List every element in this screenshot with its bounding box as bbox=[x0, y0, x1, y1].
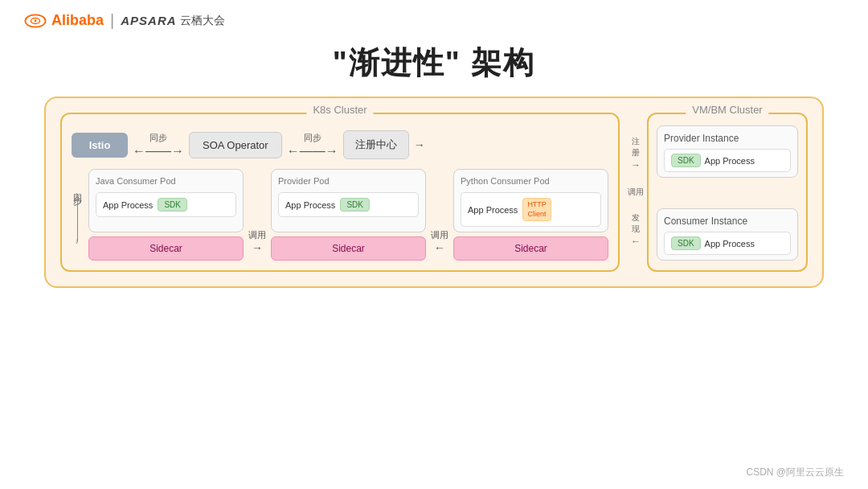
footer: CSDN @阿里云云原生 bbox=[746, 466, 844, 479]
provider-instance-sdk: SDK bbox=[671, 154, 701, 167]
java-pod-inner: App Process SDK bbox=[96, 192, 236, 217]
python-pod-inner: App Process HTTPClient bbox=[461, 192, 601, 227]
provider-pod-wrapper: Provider Pod App Process SDK Sidecar bbox=[271, 169, 426, 261]
footer-text: CSDN @阿里云云原生 bbox=[746, 466, 844, 478]
istio-box: Istio bbox=[72, 133, 128, 158]
provider-sidecar: Sidecar bbox=[271, 236, 426, 261]
registry-right-arrow: → bbox=[414, 138, 425, 151]
alibaba-text: Alibaba bbox=[51, 12, 104, 29]
logo-divider: | bbox=[110, 11, 114, 30]
sync2-arrow: 同步 ←——→ bbox=[287, 132, 338, 158]
http-client-badge: HTTPClient bbox=[522, 198, 551, 221]
diagram-wrapper: K8s Cluster Istio 同步 ←——→ bbox=[44, 97, 824, 288]
python-sidecar: Sidecar bbox=[453, 236, 608, 261]
sidecar-arrow1: 调用 → bbox=[244, 169, 271, 261]
vmbm-cluster-label: VM/BM Cluster bbox=[686, 104, 768, 116]
header: Alibaba | APSARA 云栖大会 bbox=[0, 0, 868, 35]
discover-label: 发 现 ← bbox=[631, 212, 641, 249]
soa-operator-box: SOA Operator bbox=[189, 132, 282, 158]
register-label: 注 册 → bbox=[631, 136, 641, 172]
page: Alibaba | APSARA 云栖大会 "渐进性" 架构 K8s Clust… bbox=[0, 0, 868, 489]
k8s-cluster-label: K8s Cluster bbox=[306, 104, 373, 116]
logo: Alibaba bbox=[24, 12, 104, 29]
consumer-instance-sdk: SDK bbox=[671, 236, 701, 250]
apsara-text: APSARA bbox=[121, 14, 176, 27]
consumer-instance-inner: SDK App Process bbox=[664, 232, 791, 255]
python-pod-label: Python Consumer Pod bbox=[461, 176, 601, 186]
provider-sdk-badge: SDK bbox=[340, 198, 370, 212]
provider-pod: Provider Pod App Process SDK bbox=[271, 169, 426, 232]
top-row: Istio 同步 ←——→ SOA Operator bbox=[72, 130, 608, 159]
full-diagram: K8s Cluster Istio 同步 ←——→ bbox=[60, 113, 808, 272]
middle-connector: 注 册 → 调用 发 现 ← bbox=[624, 113, 647, 272]
provider-instance-inner: SDK App Process bbox=[664, 149, 791, 172]
provider-pod-inner: App Process SDK bbox=[278, 192, 419, 217]
sync1-arrow: 同步 ←——→ bbox=[133, 132, 184, 158]
vmbm-cluster: VM/BM Cluster Provider Instance SDK App … bbox=[647, 113, 808, 272]
consumer-instance-label: Consumer Instance bbox=[664, 216, 791, 227]
java-pod-label: Java Consumer Pod bbox=[96, 176, 236, 186]
java-consumer-pod-wrapper: Java Consumer Pod App Process SDK Sideca… bbox=[88, 169, 244, 261]
python-consumer-pod: Python Consumer Pod App Process HTTPClie… bbox=[453, 169, 608, 232]
consumer-instance-box: Consumer Instance SDK App Process bbox=[657, 208, 798, 261]
left-sync-label: 同步 ↑ ↓ bbox=[72, 169, 84, 261]
invoke-label: 调用 bbox=[628, 187, 644, 198]
svg-point-2 bbox=[35, 19, 37, 22]
provider-instance-box: Provider Instance SDK App Process bbox=[657, 125, 798, 178]
provider-pod-label: Provider Pod bbox=[278, 176, 419, 186]
provider-instance-label: Provider Instance bbox=[664, 133, 791, 144]
page-title: "渐进性" 架构 bbox=[333, 43, 536, 84]
java-sdk-badge: SDK bbox=[158, 198, 187, 212]
pods-row: Java Consumer Pod App Process SDK Sideca… bbox=[88, 169, 608, 261]
java-sidecar: Sidecar bbox=[88, 236, 244, 261]
registry-box: 注册中心 bbox=[343, 130, 409, 159]
sidecar-arrow2: 调用 ← bbox=[426, 169, 453, 261]
left-section: Istio bbox=[72, 133, 128, 158]
python-consumer-pod-wrapper: Python Consumer Pod App Process HTTPClie… bbox=[453, 169, 608, 261]
pods-sidecars-area: 同步 ↑ ↓ Java Consumer Pod bbox=[72, 169, 608, 261]
java-consumer-pod: Java Consumer Pod App Process SDK bbox=[88, 169, 244, 232]
cn-text: 云栖大会 bbox=[180, 14, 225, 28]
alibaba-icon bbox=[24, 13, 47, 29]
k8s-cluster: K8s Cluster Istio 同步 ←——→ bbox=[60, 113, 620, 272]
